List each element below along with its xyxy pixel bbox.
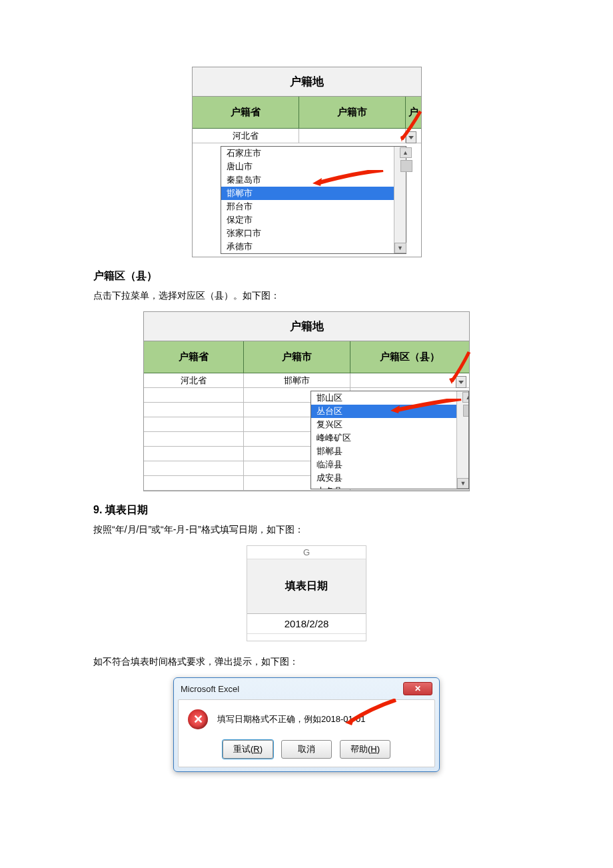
merged-header: 户籍地: [193, 67, 421, 97]
scroll-up-icon[interactable]: ▲: [400, 147, 412, 158]
section-heading-date: 9. 填表日期: [93, 503, 520, 517]
scroll-down-icon[interactable]: ▼: [457, 478, 469, 489]
header-row: 户籍省 户籍市 户: [193, 97, 421, 129]
col-district: 户籍区（县）: [350, 341, 469, 373]
cancel-button[interactable]: 取消: [281, 740, 332, 759]
header-row: 户籍省 户籍市 户籍区（县）: [144, 341, 469, 373]
city-cell[interactable]: [299, 129, 406, 143]
section-text-date: 按照“年/月/日”或“年-月-日”格式填写日期，如下图：: [93, 524, 520, 536]
list-item[interactable]: 临漳县: [311, 458, 468, 471]
scrollbar[interactable]: ▲ ▼: [456, 391, 468, 489]
retry-button[interactable]: 重试(R): [223, 740, 273, 759]
section-text-dialog: 如不符合填表时间格式要求，弹出提示，如下图：: [93, 656, 520, 668]
scroll-thumb[interactable]: [400, 160, 412, 172]
list-item[interactable]: 成安县: [311, 471, 468, 485]
error-icon: ✕: [188, 709, 208, 729]
col-city: 户籍市: [244, 341, 350, 373]
close-button[interactable]: ✕: [403, 682, 432, 695]
list-item[interactable]: 石家庄市: [221, 147, 406, 160]
city-value: 邯郸市: [244, 373, 350, 388]
city-listbox[interactable]: 石家庄市 唐山市 秦皇岛市 邯郸市 邢台市 保定市 张家口市 承德市 ▲ ▼: [221, 146, 406, 254]
date-header: 填表日期: [247, 559, 366, 614]
col-city: 户籍市: [299, 97, 406, 129]
district-listbox[interactable]: 邯山区 丛台区 复兴区 峰峰矿区 邯郸县 临漳县 成安县 大名县 ▲ ▼: [310, 391, 469, 489]
data-row: 河北省: [193, 129, 421, 143]
district-cell[interactable]: [350, 373, 469, 388]
list-item-selected[interactable]: 邯郸市: [221, 187, 406, 200]
help-button[interactable]: 帮助(H): [340, 740, 390, 759]
scroll-down-icon[interactable]: ▼: [394, 243, 406, 253]
section-text-county: 点击下拉菜单，选择对应区（县）。如下图：: [93, 290, 520, 302]
list-item[interactable]: 邯郸县: [311, 445, 468, 458]
dialog-title: Microsoft Excel: [181, 684, 239, 694]
error-dialog: Microsoft Excel ✕ ✕ 填写日期格式不正确，例如2018-01-…: [173, 677, 440, 772]
dropdown-button[interactable]: [456, 376, 466, 388]
merged-header: 户籍地: [144, 312, 469, 341]
scroll-up-icon[interactable]: ▲: [462, 392, 469, 403]
list-item[interactable]: 大名县: [311, 485, 468, 489]
list-item[interactable]: 邢台市: [221, 200, 406, 213]
excel-city-dropdown-shot: 户籍地 户籍省 户籍市 户 河北省 石家庄市 唐山市 秦皇岛市 邯郸市 邢台市 …: [192, 67, 422, 257]
dialog-message: 填写日期格式不正确，例如2018-01-01: [217, 713, 366, 725]
col-province: 户籍省: [144, 341, 244, 373]
list-item[interactable]: 张家口市: [221, 227, 406, 240]
scrollbar[interactable]: ▲ ▼: [394, 147, 406, 253]
col-province: 户籍省: [193, 97, 299, 129]
list-item[interactable]: 秦皇岛市: [221, 173, 406, 187]
column-letter: G: [247, 546, 366, 559]
excel-district-dropdown-shot: 户籍地 户籍省 户籍市 户籍区（县） 河北省 邯郸市 邯山区 丛台区 复兴区 峰…: [143, 311, 470, 491]
list-item[interactable]: 复兴区: [311, 418, 468, 431]
dropdown-button[interactable]: [406, 131, 416, 143]
excel-date-shot: G 填表日期 2018/2/28: [247, 545, 366, 641]
scroll-thumb[interactable]: [463, 405, 469, 417]
list-item[interactable]: 承德市: [221, 240, 406, 253]
province-value: 河北省: [144, 373, 244, 388]
list-item[interactable]: 唐山市: [221, 160, 406, 173]
data-row: 河北省 邯郸市: [144, 373, 469, 388]
province-value: 河北省: [193, 129, 299, 143]
date-value: 2018/2/28: [247, 614, 366, 634]
list-item[interactable]: 峰峰矿区: [311, 431, 468, 445]
list-item-selected[interactable]: 丛台区: [311, 405, 468, 418]
col-partial: 户: [406, 97, 421, 129]
list-item[interactable]: 保定市: [221, 213, 406, 227]
list-item[interactable]: 邯山区: [311, 391, 468, 405]
section-heading-county: 户籍区（县）: [93, 269, 520, 283]
